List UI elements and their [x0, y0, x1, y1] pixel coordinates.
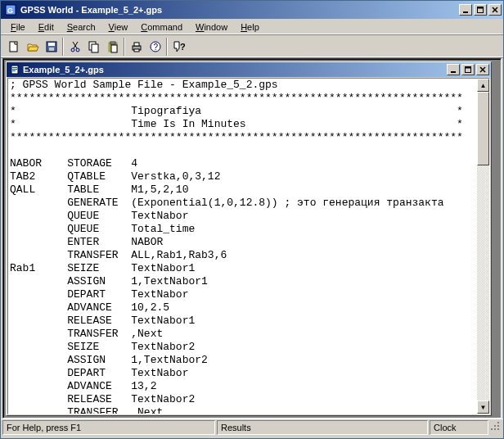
- menu-file[interactable]: File: [4, 20, 32, 34]
- status-results-text: Results: [221, 423, 251, 432]
- toolbar-separator: [166, 38, 168, 56]
- svg-rect-32: [466, 67, 471, 69]
- vertical-scrollbar[interactable]: ▲ ▼: [476, 79, 489, 414]
- svg-rect-39: [494, 428, 496, 430]
- whatsthis-button[interactable]: ?: [169, 38, 188, 56]
- child-minimize-button[interactable]: [447, 64, 460, 75]
- svg-rect-35: [497, 422, 499, 423]
- titlebar: G GPSS World - Example_5_2+.gps: [1, 1, 503, 19]
- copy-button[interactable]: [84, 38, 103, 56]
- child-window-title: Example_5_2+.gps: [23, 65, 447, 75]
- svg-line-12: [74, 42, 78, 48]
- svg-rect-16: [92, 44, 98, 52]
- toolbar-separator: [62, 38, 64, 56]
- menu-edit[interactable]: Edit: [32, 20, 61, 34]
- svg-point-13: [71, 48, 74, 52]
- menu-search[interactable]: Search: [61, 20, 102, 34]
- svg-rect-10: [49, 48, 54, 51]
- svg-rect-7: [10, 42, 17, 52]
- print-button[interactable]: [127, 38, 146, 56]
- scroll-thumb[interactable]: [477, 92, 489, 165]
- svg-rect-30: [451, 71, 456, 73]
- svg-line-11: [73, 42, 77, 48]
- cut-button[interactable]: [65, 38, 84, 56]
- menu-help[interactable]: Help: [234, 20, 266, 34]
- save-button[interactable]: [42, 38, 61, 56]
- menu-view[interactable]: View: [102, 20, 135, 34]
- svg-rect-29: [12, 70, 16, 71]
- toolbar: ? ?: [1, 35, 503, 58]
- svg-rect-27: [12, 67, 17, 68]
- editor-area: ; GPSS World Sample File - Example_5_2.g…: [7, 78, 490, 414]
- help-button[interactable]: ?: [146, 38, 164, 56]
- window-title: GPSS World - Example_5_2+.gps: [20, 5, 459, 15]
- svg-rect-19: [111, 45, 117, 52]
- close-button[interactable]: [488, 4, 502, 16]
- child-titlebar: Example_5_2+.gps: [7, 62, 491, 77]
- svg-rect-37: [497, 425, 499, 427]
- menu-window[interactable]: Window: [189, 20, 234, 34]
- status-help-pane: For Help, press F1: [2, 420, 215, 435]
- svg-rect-2: [463, 11, 468, 13]
- svg-rect-9: [48, 43, 55, 46]
- resize-grip[interactable]: [490, 422, 502, 432]
- status-help-text: For Help, press F1: [7, 423, 81, 432]
- svg-rect-40: [497, 428, 499, 430]
- child-close-button[interactable]: [476, 64, 489, 75]
- new-button[interactable]: [4, 38, 23, 56]
- svg-point-14: [76, 48, 79, 52]
- svg-rect-38: [491, 428, 493, 430]
- child-window-buttons: [447, 64, 489, 75]
- open-button[interactable]: [23, 38, 42, 56]
- window-buttons: [459, 4, 502, 16]
- minimize-button[interactable]: [459, 4, 472, 16]
- statusbar: For Help, press F1 Results Clock: [1, 419, 503, 435]
- paste-button[interactable]: [103, 38, 122, 56]
- child-maximize-button[interactable]: [461, 64, 475, 75]
- svg-text:G: G: [7, 7, 13, 15]
- mdi-client-area: Example_5_2+.gps ; GPSS World Sample Fil…: [2, 58, 502, 419]
- scroll-down-button[interactable]: ▼: [477, 401, 489, 414]
- doc-icon: [9, 64, 20, 75]
- status-clock-text: Clock: [434, 423, 457, 432]
- svg-rect-22: [134, 49, 139, 52]
- svg-text:?: ?: [180, 42, 186, 52]
- svg-rect-36: [494, 425, 496, 427]
- status-clock-pane: Clock: [430, 420, 488, 435]
- svg-text:?: ?: [153, 43, 158, 52]
- svg-rect-21: [134, 43, 139, 46]
- scroll-track[interactable]: [477, 92, 489, 401]
- menu-command[interactable]: Command: [134, 20, 189, 34]
- scroll-up-button[interactable]: ▲: [477, 79, 489, 92]
- svg-rect-28: [12, 69, 17, 70]
- status-results-pane: Results: [217, 420, 428, 435]
- toolbar-separator: [124, 38, 125, 56]
- code-editor[interactable]: ; GPSS World Sample File - Example_5_2.g…: [8, 79, 476, 414]
- app-icon: G: [4, 3, 17, 16]
- svg-rect-18: [110, 42, 115, 44]
- svg-rect-4: [478, 7, 484, 9]
- maximize-button[interactable]: [474, 4, 487, 16]
- child-window: Example_5_2+.gps ; GPSS World Sample Fil…: [6, 61, 492, 416]
- menubar: File Edit Search View Command Window Hel…: [1, 19, 503, 35]
